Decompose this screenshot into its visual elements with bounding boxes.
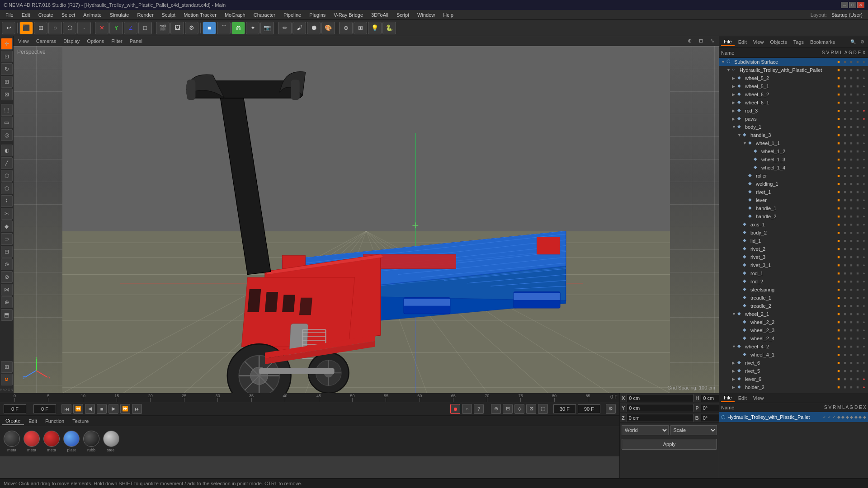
tree-item[interactable]: ◆ handle_1 ■ ■ ■ ■ ● — [719, 204, 868, 212]
tree-item[interactable]: ◆ rivet_1 ■ ■ ■ ■ ● — [719, 188, 868, 196]
add-gen[interactable]: ✦ — [246, 22, 259, 34]
expand-icon[interactable]: ▼ — [737, 133, 743, 137]
expand-icon[interactable]: ▶ — [732, 108, 737, 113]
tree-item[interactable]: ◆ welding_1 ■ ■ ■ ■ ● — [719, 180, 868, 188]
knife-tool[interactable]: ✂ — [1, 208, 13, 220]
menu-pipeline[interactable]: Pipeline — [280, 11, 305, 19]
om-tab-tags[interactable]: Tags — [791, 38, 807, 46]
step-back[interactable]: ⏪ — [73, 404, 83, 414]
tool-poly[interactable]: ⬢ — [307, 22, 321, 34]
vp-layout[interactable]: ⊞ — [696, 38, 706, 44]
vp-tab-filter[interactable]: Filter — [108, 38, 125, 44]
menu-file[interactable]: File — [2, 11, 17, 19]
mode-edit[interactable]: ⊞ — [34, 22, 47, 34]
lasso-select[interactable]: ⬚ — [1, 104, 13, 116]
vp-tab-options[interactable]: Options — [84, 38, 107, 44]
fill-select[interactable]: ⬒ — [1, 309, 13, 321]
mode-uv[interactable]: ○ — [48, 22, 62, 34]
timeline-ruler[interactable]: 051015202530354045505560657075808590 0 F — [0, 393, 619, 402]
tree-item[interactable]: ▶ ◆ rivet_5 ■ ■ ■ ■ ● — [719, 367, 868, 375]
mat-tab-create[interactable]: Create — [2, 417, 24, 425]
tool-interact[interactable]: ⊠ — [1, 89, 13, 100]
expand-icon[interactable]: ▼ — [726, 68, 732, 72]
menu-character[interactable]: Character — [250, 11, 279, 19]
expand-icon[interactable]: ▶ — [732, 361, 737, 365]
record-btn[interactable]: ⏺ — [450, 404, 460, 414]
tree-item[interactable]: ◆ rod_2 ■ ■ ■ ■ ● — [719, 277, 868, 286]
snap-toggle[interactable]: ⊕ — [339, 22, 353, 34]
mode-points[interactable]: · — [77, 22, 91, 34]
coord-input-x[interactable] — [627, 394, 693, 402]
tree-item[interactable]: ◆ roller ■ ■ ■ ■ ● — [719, 172, 868, 180]
expand-icon[interactable]: ▶ — [732, 377, 737, 381]
tree-item[interactable]: ◆ wheel_2_2 ■ ■ ■ ■ ● — [719, 318, 868, 326]
layout-selector[interactable]: Startup (User) — [828, 11, 866, 19]
coord-system-select[interactable]: World Local Object — [622, 425, 669, 435]
om-tab-edit[interactable]: Edit — [736, 38, 750, 46]
key-add[interactable]: ⊕ — [491, 404, 501, 414]
tool-move[interactable]: ✛ — [1, 38, 13, 50]
bridge-tool[interactable]: ⌇ — [1, 195, 13, 207]
material-swatch-meta-red2[interactable]: meta — [43, 431, 60, 452]
tree-item[interactable]: ▶ ◆ wheel_6_1 ■ ■ ■ ■ ● — [719, 99, 868, 107]
vp-tab-panel[interactable]: Panel — [127, 38, 145, 44]
timeline-settings[interactable]: ⚙ — [606, 404, 616, 414]
vp-maximize[interactable]: ⊕ — [685, 38, 694, 44]
expand-icon[interactable]: ▶ — [732, 84, 737, 89]
tree-item[interactable]: ▼ ◆ wheel_1_1 ■ ■ ■ ■ ● — [719, 139, 868, 147]
play-forward[interactable]: ▶ — [108, 404, 118, 414]
expand-icon[interactable]: ▶ — [732, 100, 737, 105]
mat-tab-function[interactable]: Function — [42, 418, 68, 425]
bevel-tool[interactable]: ⬠ — [1, 183, 13, 194]
vp-tab-view[interactable]: View — [15, 38, 32, 44]
expand-icon[interactable]: ▶ — [732, 76, 737, 80]
mat-tab-edit[interactable]: Edit — [25, 418, 41, 425]
menu-help[interactable]: Help — [439, 11, 457, 19]
menu-create[interactable]: Create — [35, 11, 57, 19]
texture-tool[interactable]: ⊞ — [1, 361, 13, 373]
tree-item[interactable]: ▶ ◆ wheel_5_1 ■ ■ ■ ■ ● — [719, 82, 868, 90]
tree-item[interactable]: ◆ handle_2 ■ ■ ■ ■ ● — [719, 212, 868, 221]
attr-tab-view[interactable]: View — [750, 394, 767, 402]
menu-motion-tracker[interactable]: Motion Tracker — [180, 11, 220, 19]
attr-selected-object[interactable]: ⬡ Hydraulic_Trolley_with_Plastic_Pallet … — [719, 412, 868, 422]
mirror-tool[interactable]: ⊟ — [1, 246, 13, 258]
tool-select[interactable]: □ — [138, 22, 152, 34]
tree-item[interactable]: ◆ wheel_4_1 ■ ■ ■ ■ ● — [719, 351, 868, 359]
tool-y[interactable]: Y — [109, 22, 123, 34]
viewport-3d[interactable]: Perspective Grid Spacing: 100 cm X Y Z — [14, 46, 719, 393]
loop-select[interactable]: ◎ — [1, 129, 13, 141]
fps-input[interactable] — [553, 404, 576, 413]
clamp-tool[interactable]: ⊕ — [1, 296, 13, 308]
mode-poly[interactable]: ⬡ — [63, 22, 76, 34]
tree-item[interactable]: ▶ ◆ lever_5 ■ ■ ■ ■ ● — [719, 391, 868, 393]
key-prop[interactable]: ⊠ — [526, 404, 536, 414]
menu-plugins[interactable]: Plugins — [306, 11, 329, 19]
tree-item[interactable]: ◆ rivet_2 ■ ■ ■ ■ ● — [719, 245, 868, 253]
tree-item[interactable]: ▼ ◆ handle_3 ■ ■ ■ ■ ● — [719, 131, 868, 139]
attr-tab-edit[interactable]: Edit — [736, 394, 750, 402]
iron-tool[interactable]: ◆ — [1, 221, 13, 232]
stop-btn[interactable]: ■ — [97, 404, 107, 414]
close-button[interactable]: ✕ — [857, 2, 864, 8]
menu-vray[interactable]: V-Ray Bridge — [330, 11, 367, 19]
expand-icon[interactable]: ▼ — [743, 141, 748, 145]
key-move[interactable]: ⬚ — [538, 404, 548, 414]
menu-select[interactable]: Select — [58, 11, 79, 19]
add-cube[interactable]: ■ — [203, 22, 216, 34]
mode-object[interactable]: ⬛ — [19, 22, 33, 34]
tree-item[interactable]: ◆ rivet_3_1 ■ ■ ■ ■ ● — [719, 261, 868, 269]
menu-sculpt[interactable]: Sculpt — [158, 11, 179, 19]
step-forward[interactable]: ⏩ — [120, 404, 130, 414]
mat-tab-texture[interactable]: Texture — [69, 418, 92, 425]
om-tab-view[interactable]: View — [750, 38, 767, 46]
material-swatch-meta-dark[interactable]: meta — [4, 431, 20, 452]
maximize-button[interactable]: □ — [849, 2, 856, 8]
expand-icon[interactable]: ▼ — [732, 312, 737, 316]
magnet-tool[interactable]: ⊃ — [1, 233, 13, 245]
rect-select[interactable]: ▭ — [1, 117, 13, 128]
tool-z[interactable]: Z — [124, 22, 137, 34]
tool-paint[interactable]: 🎨 — [321, 22, 335, 34]
material-swatch-plast[interactable]: plast — [63, 431, 80, 452]
menu-render[interactable]: Render — [133, 11, 157, 19]
